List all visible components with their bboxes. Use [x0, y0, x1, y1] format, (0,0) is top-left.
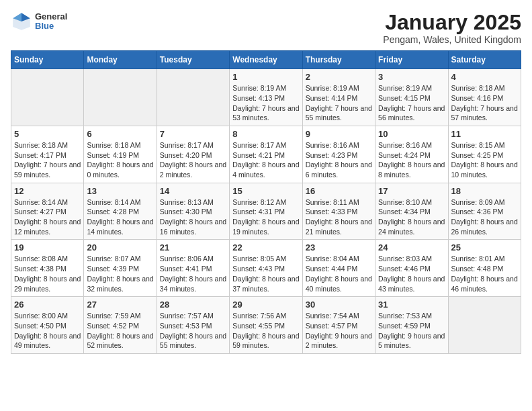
calendar-cell: 29Sunrise: 7:56 AMSunset: 4:55 PMDayligh… — [230, 297, 302, 354]
week-row-5: 26Sunrise: 8:00 AMSunset: 4:50 PMDayligh… — [11, 297, 521, 354]
calendar-cell: 4Sunrise: 8:18 AMSunset: 4:16 PMDaylight… — [448, 69, 521, 126]
day-number: 11 — [451, 129, 518, 139]
day-info: Sunrise: 7:57 AMSunset: 4:53 PMDaylight:… — [160, 311, 226, 351]
day-number: 23 — [306, 242, 372, 253]
day-info: Sunrise: 8:14 AMSunset: 4:27 PMDaylight:… — [14, 197, 81, 237]
day-number: 2 — [306, 72, 372, 82]
day-number: 16 — [306, 186, 372, 196]
day-info: Sunrise: 8:18 AMSunset: 4:17 PMDaylight:… — [14, 140, 81, 180]
day-info: Sunrise: 8:18 AMSunset: 4:19 PMDaylight:… — [87, 140, 153, 180]
calendar-table: SundayMondayTuesdayWednesdayThursdayFrid… — [11, 50, 521, 354]
day-info: Sunrise: 7:56 AMSunset: 4:55 PMDaylight:… — [232, 311, 299, 351]
calendar-cell: 30Sunrise: 7:54 AMSunset: 4:57 PMDayligh… — [302, 297, 375, 354]
day-info: Sunrise: 8:06 AMSunset: 4:41 PMDaylight:… — [160, 254, 226, 293]
calendar-cell: 14Sunrise: 8:13 AMSunset: 4:30 PMDayligh… — [157, 183, 229, 240]
day-info: Sunrise: 7:53 AMSunset: 4:59 PMDaylight:… — [378, 311, 445, 351]
day-number: 4 — [451, 72, 518, 82]
week-row-3: 12Sunrise: 8:14 AMSunset: 4:27 PMDayligh… — [11, 183, 521, 240]
calendar-cell — [11, 69, 84, 126]
day-number: 28 — [160, 300, 226, 310]
calendar-cell: 31Sunrise: 7:53 AMSunset: 4:59 PMDayligh… — [375, 297, 448, 354]
weekday-header-sunday: Sunday — [11, 51, 84, 69]
day-number: 29 — [232, 300, 299, 310]
calendar-cell — [448, 297, 521, 354]
day-number: 9 — [306, 129, 372, 139]
day-number: 26 — [14, 300, 81, 310]
page-header: General Blue January 2025 Pengam, Wales,… — [11, 11, 521, 45]
weekday-header-tuesday: Tuesday — [157, 51, 229, 69]
calendar-cell: 13Sunrise: 8:14 AMSunset: 4:28 PMDayligh… — [84, 183, 157, 240]
calendar-cell: 20Sunrise: 8:07 AMSunset: 4:39 PMDayligh… — [84, 240, 157, 297]
logo-general: General — [35, 12, 67, 21]
day-number: 30 — [306, 300, 372, 310]
day-number: 6 — [87, 129, 153, 139]
day-info: Sunrise: 8:17 AMSunset: 4:21 PMDaylight:… — [232, 140, 299, 180]
calendar-cell: 15Sunrise: 8:12 AMSunset: 4:31 PMDayligh… — [230, 183, 302, 240]
calendar-cell — [84, 69, 157, 126]
day-info: Sunrise: 8:18 AMSunset: 4:16 PMDaylight:… — [451, 83, 518, 123]
day-number: 13 — [87, 186, 153, 196]
logo-text: General Blue — [35, 12, 67, 32]
day-info: Sunrise: 8:00 AMSunset: 4:50 PMDaylight:… — [14, 311, 81, 351]
day-info: Sunrise: 7:54 AMSunset: 4:57 PMDaylight:… — [306, 311, 372, 351]
day-number: 3 — [378, 72, 445, 82]
day-number: 31 — [378, 300, 445, 310]
day-number: 1 — [232, 72, 299, 82]
calendar-cell — [157, 69, 229, 126]
day-info: Sunrise: 8:19 AMSunset: 4:15 PMDaylight:… — [378, 83, 445, 123]
calendar-cell: 6Sunrise: 8:18 AMSunset: 4:19 PMDaylight… — [84, 126, 157, 183]
calendar-cell: 28Sunrise: 7:57 AMSunset: 4:53 PMDayligh… — [157, 297, 229, 354]
day-info: Sunrise: 8:15 AMSunset: 4:25 PMDaylight:… — [451, 140, 518, 180]
calendar-cell: 22Sunrise: 8:05 AMSunset: 4:43 PMDayligh… — [230, 240, 302, 297]
logo: General Blue — [11, 11, 67, 32]
calendar-cell: 27Sunrise: 7:59 AMSunset: 4:52 PMDayligh… — [84, 297, 157, 354]
day-info: Sunrise: 8:03 AMSunset: 4:46 PMDaylight:… — [378, 254, 445, 293]
calendar-cell: 9Sunrise: 8:16 AMSunset: 4:23 PMDaylight… — [302, 126, 375, 183]
day-info: Sunrise: 7:59 AMSunset: 4:52 PMDaylight:… — [87, 311, 153, 351]
day-info: Sunrise: 8:16 AMSunset: 4:24 PMDaylight:… — [378, 140, 445, 180]
weekday-header-thursday: Thursday — [302, 51, 375, 69]
calendar-cell: 3Sunrise: 8:19 AMSunset: 4:15 PMDaylight… — [375, 69, 448, 126]
calendar-cell: 19Sunrise: 8:08 AMSunset: 4:38 PMDayligh… — [11, 240, 84, 297]
day-info: Sunrise: 8:08 AMSunset: 4:38 PMDaylight:… — [14, 254, 81, 293]
calendar-cell: 2Sunrise: 8:19 AMSunset: 4:14 PMDaylight… — [302, 69, 375, 126]
calendar-cell: 17Sunrise: 8:10 AMSunset: 4:34 PMDayligh… — [375, 183, 448, 240]
day-number: 20 — [87, 242, 153, 253]
day-number: 5 — [14, 129, 81, 139]
calendar-cell: 5Sunrise: 8:18 AMSunset: 4:17 PMDaylight… — [11, 126, 84, 183]
day-info: Sunrise: 8:04 AMSunset: 4:44 PMDaylight:… — [306, 254, 372, 293]
day-info: Sunrise: 8:07 AMSunset: 4:39 PMDaylight:… — [87, 254, 153, 293]
day-number: 10 — [378, 129, 445, 139]
calendar-cell: 25Sunrise: 8:01 AMSunset: 4:48 PMDayligh… — [448, 240, 521, 297]
day-info: Sunrise: 8:10 AMSunset: 4:34 PMDaylight:… — [378, 197, 445, 237]
calendar-title: January 2025 — [383, 11, 521, 34]
day-number: 25 — [451, 242, 518, 253]
day-number: 22 — [232, 242, 299, 253]
weekday-header-wednesday: Wednesday — [230, 51, 302, 69]
logo-blue: Blue — [35, 21, 67, 31]
day-info: Sunrise: 8:13 AMSunset: 4:30 PMDaylight:… — [160, 197, 226, 237]
week-row-2: 5Sunrise: 8:18 AMSunset: 4:17 PMDaylight… — [11, 126, 521, 183]
day-info: Sunrise: 8:16 AMSunset: 4:23 PMDaylight:… — [306, 140, 372, 180]
day-info: Sunrise: 8:14 AMSunset: 4:28 PMDaylight:… — [87, 197, 153, 237]
calendar-cell: 1Sunrise: 8:19 AMSunset: 4:13 PMDaylight… — [230, 69, 302, 126]
calendar-cell: 18Sunrise: 8:09 AMSunset: 4:36 PMDayligh… — [448, 183, 521, 240]
day-number: 27 — [87, 300, 153, 310]
day-info: Sunrise: 8:09 AMSunset: 4:36 PMDaylight:… — [451, 197, 518, 237]
logo-icon — [11, 11, 32, 32]
week-row-4: 19Sunrise: 8:08 AMSunset: 4:38 PMDayligh… — [11, 240, 521, 297]
calendar-cell: 23Sunrise: 8:04 AMSunset: 4:44 PMDayligh… — [302, 240, 375, 297]
day-info: Sunrise: 8:11 AMSunset: 4:33 PMDaylight:… — [306, 197, 372, 237]
weekday-header-saturday: Saturday — [448, 51, 521, 69]
day-number: 18 — [451, 186, 518, 196]
day-number: 7 — [160, 129, 226, 139]
day-number: 17 — [378, 186, 445, 196]
title-block: January 2025 Pengam, Wales, United Kingd… — [383, 11, 521, 45]
day-info: Sunrise: 8:12 AMSunset: 4:31 PMDaylight:… — [232, 197, 299, 237]
calendar-cell: 8Sunrise: 8:17 AMSunset: 4:21 PMDaylight… — [230, 126, 302, 183]
day-info: Sunrise: 8:01 AMSunset: 4:48 PMDaylight:… — [451, 254, 518, 293]
calendar-cell: 7Sunrise: 8:17 AMSunset: 4:20 PMDaylight… — [157, 126, 229, 183]
day-number: 24 — [378, 242, 445, 253]
calendar-cell: 10Sunrise: 8:16 AMSunset: 4:24 PMDayligh… — [375, 126, 448, 183]
calendar-cell: 12Sunrise: 8:14 AMSunset: 4:27 PMDayligh… — [11, 183, 84, 240]
